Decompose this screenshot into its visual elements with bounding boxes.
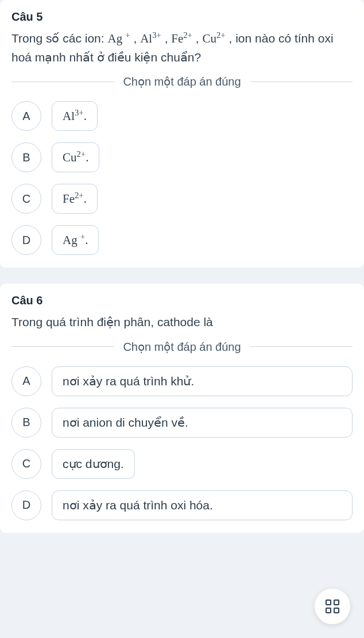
choose-prompt-label: Chọn một đáp án đúng — [114, 340, 250, 354]
option-letter[interactable]: A — [11, 366, 41, 396]
stem-prefix: Trong số các ion: — [11, 32, 107, 45]
ion-3: Fe2+ — [171, 32, 192, 45]
option-b[interactable]: B Cu2+. — [11, 142, 353, 172]
option-letter[interactable]: A — [11, 101, 41, 131]
option-answer[interactable]: Fe2+. — [52, 184, 98, 214]
option-letter[interactable]: B — [11, 408, 41, 438]
choose-prompt-label: Chọn một đáp án đúng — [114, 75, 250, 88]
option-letter[interactable]: D — [11, 490, 41, 520]
option-c[interactable]: C Fe2+. — [11, 184, 353, 214]
option-a[interactable]: A Al3+. — [11, 101, 353, 131]
question-6-card: Câu 6 Trong quá trình điện phân, cathode… — [0, 284, 364, 533]
question-5-card: Câu 5 Trong số các ion: Ag + , Al3+ , Fe… — [0, 0, 364, 268]
option-answer[interactable]: cực dương. — [52, 449, 135, 479]
option-a[interactable]: A nơi xảy ra quá trình khử. — [11, 366, 353, 396]
question-6-stem: Trong quá trình điện phân, cathode là — [11, 313, 353, 332]
option-answer[interactable]: Al3+. — [52, 101, 98, 131]
question-6-title: Câu 6 — [11, 294, 353, 307]
option-letter[interactable]: C — [11, 449, 41, 479]
option-answer[interactable]: Cu2+. — [52, 142, 99, 172]
option-letter[interactable]: C — [11, 184, 41, 214]
option-d[interactable]: D Ag +. — [11, 225, 353, 255]
ion-4: Cu2+ — [203, 32, 226, 45]
question-5-options: A Al3+. B Cu2+. C Fe2+. D Ag +. — [11, 101, 353, 255]
option-answer[interactable]: nơi xảy ra quá trình khử. — [52, 366, 353, 396]
option-b[interactable]: B nơi anion di chuyển về. — [11, 408, 353, 438]
question-5-title: Câu 5 — [11, 10, 353, 24]
ion-2: Al3+ — [140, 32, 161, 45]
option-c[interactable]: C cực dương. — [11, 449, 353, 479]
choose-prompt: Chọn một đáp án đúng — [11, 340, 353, 354]
question-5-stem: Trong số các ion: Ag + , Al3+ , Fe2+ , C… — [11, 29, 353, 67]
choose-prompt: Chọn một đáp án đúng — [11, 75, 353, 88]
option-letter[interactable]: B — [11, 142, 41, 172]
option-letter[interactable]: D — [11, 225, 41, 255]
option-answer[interactable]: nơi anion di chuyển về. — [52, 408, 353, 438]
option-answer[interactable]: Ag +. — [52, 225, 99, 255]
ion-1: Ag + — [107, 32, 130, 45]
option-answer[interactable]: nơi xảy ra quá trình oxi hóa. — [52, 490, 353, 520]
question-6-options: A nơi xảy ra quá trình khử. B nơi anion … — [11, 366, 353, 520]
option-d[interactable]: D nơi xảy ra quá trình oxi hóa. — [11, 490, 353, 520]
